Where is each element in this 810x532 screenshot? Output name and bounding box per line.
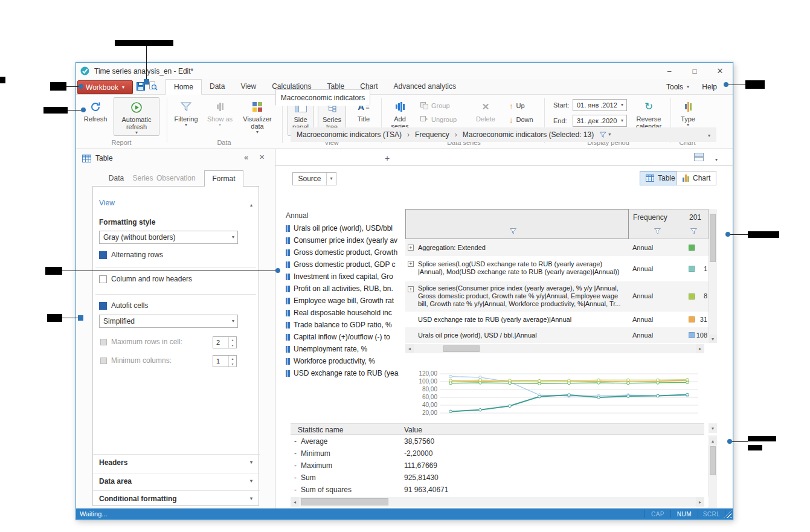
ungroup-button[interactable]: Ungroup [420, 114, 457, 126]
series-list-item[interactable]: Real disposable household inc [286, 308, 392, 318]
grid-frequency-header[interactable]: Frequency [628, 209, 686, 239]
table-row[interactable]: USD exchange rate to RUB (yearly average… [405, 312, 709, 327]
tab-advanced-analytics[interactable]: Advanced analytics [386, 79, 464, 95]
table-view-toggle[interactable]: Table [640, 171, 681, 185]
series-list-item[interactable]: Unemployment rate, % [286, 344, 367, 354]
table-row[interactable]: Urals oil price (world), USD / bbl.|Annu… [405, 327, 709, 343]
source-menu-button[interactable]: ▾ [326, 173, 336, 185]
scroll-down-button[interactable]: ▾ [709, 335, 717, 343]
stats-row[interactable]: - Maximum 111,67669 [291, 461, 704, 473]
scroll-up-button[interactable]: ▴ [709, 437, 717, 445]
spinner-down-icon[interactable]: ▾ [229, 342, 236, 348]
series-list-item[interactable]: Capital inflow (+)/outflow (-) to [286, 332, 390, 342]
stats-name-header[interactable]: Statistic name [298, 426, 343, 434]
close-button[interactable]: ✕ [707, 63, 733, 79]
series-list-item[interactable]: Investment in fixed capital, Gro [286, 272, 393, 281]
minimize-button[interactable]: – [657, 63, 682, 79]
data-area-section[interactable]: Data area ▾ [99, 477, 252, 486]
up-button[interactable]: ↑ Up [509, 100, 525, 112]
layout-button[interactable] [694, 153, 704, 163]
series-list-item[interactable]: Employee wage bill, Growth rat [286, 296, 394, 306]
view-section-header[interactable]: View [99, 199, 115, 207]
spinner-up-icon[interactable]: ▴ [229, 337, 236, 342]
show-as-button[interactable]: Show as ▾ [205, 97, 234, 136]
table-row[interactable]: + Splice series(Log(USD exchange rate to… [405, 256, 709, 281]
automatic-refresh-button[interactable]: Automatic refresh ▾ [114, 97, 159, 136]
series-list-item[interactable]: Gross domestic product, Growth [286, 248, 397, 257]
tools-menu[interactable]: Tools ▾ [666, 79, 689, 94]
stats-row[interactable]: - Sum 925,81430 [291, 473, 704, 486]
grid-name-header[interactable] [405, 209, 629, 239]
chart-view-toggle[interactable]: Chart [677, 171, 716, 185]
formatting-style-dropdown[interactable]: Gray (without borders) ▾ [99, 231, 238, 244]
breadcrumb-menu-button[interactable]: ▾ [708, 130, 710, 139]
maximize-button[interactable]: □ [682, 63, 707, 79]
breadcrumb-item[interactable]: Macroeconomic indicators (Selected: 13) [463, 130, 594, 139]
expand-icon[interactable]: + [408, 286, 414, 292]
max-rows-checkbox[interactable]: Maximum rows in cell: [100, 338, 182, 346]
table-row[interactable]: + Aggregation: Extended Annual [405, 239, 709, 256]
scroll-left-button[interactable]: ◂ [291, 497, 299, 507]
autofit-cells-checkbox[interactable]: Autofit cells [99, 301, 148, 310]
stats-row[interactable]: - Average 38,57560 [291, 437, 704, 449]
filter-icon[interactable] [690, 228, 697, 236]
collapse-panel-button[interactable]: « [244, 153, 248, 162]
min-columns-checkbox[interactable]: Minimum columns: [100, 356, 172, 365]
spinner-down-icon[interactable]: ▾ [229, 361, 236, 367]
close-panel-button[interactable]: ✕ [259, 153, 265, 161]
series-list-item[interactable]: Profit on all activities, RUB, bn. [286, 284, 393, 293]
refresh-button[interactable]: Refresh [81, 97, 110, 136]
start-date-dropdown[interactable]: 01. янв .2012 ▾ [573, 99, 627, 111]
series-list-item[interactable]: Urals oil price (world), USD/bbl [286, 223, 393, 233]
alternating-rows-checkbox[interactable]: Alternating rows [99, 251, 163, 259]
layout-menu-button[interactable]: ▾ [715, 155, 718, 163]
title-bar[interactable]: Time series analysis_en - Edit* – □ ✕ [76, 63, 733, 79]
series-list-item[interactable]: Consumer price index (yearly av [286, 236, 397, 245]
series-list-item[interactable]: Trade balance to GDP ratio, % [286, 320, 392, 330]
scroll-right-button[interactable]: ▸ [696, 344, 704, 353]
stats-menu-button[interactable]: ▾ [709, 423, 717, 433]
filtering-button[interactable]: Filtering ▾ [172, 97, 201, 136]
source-button[interactable]: Source ▾ [292, 172, 336, 185]
document-tab[interactable]: Macroeconomic indicators [275, 89, 370, 106]
stats-vscroll-thumb[interactable] [710, 446, 716, 475]
series-list-item[interactable]: USD exchange rate to RUB (yea [286, 368, 398, 378]
grid-vscroll-thumb[interactable] [710, 214, 716, 262]
headers-section[interactable]: Headers ▾ [99, 458, 252, 467]
autofit-mode-dropdown[interactable]: Simplified ▾ [99, 315, 238, 328]
visualizer-data-button[interactable]: Visualizer data ▾ [238, 97, 277, 136]
stats-row[interactable]: - Minimum -2,20000 [291, 449, 704, 461]
collapse-section-icon[interactable]: ▴ [250, 200, 252, 208]
column-row-headers-checkbox[interactable]: Column and row headers [99, 275, 192, 283]
end-date-dropdown[interactable]: 31. дек .2020 ▾ [573, 115, 627, 127]
workbook-button[interactable]: Workbook ▾ [77, 80, 133, 94]
stats-row[interactable]: - Sum of squares 91 963,40671 [291, 486, 704, 498]
chart-canvas[interactable] [408, 367, 704, 422]
breadcrumb-item[interactable]: Frequency [415, 130, 449, 139]
filter-icon[interactable] [654, 228, 661, 236]
breadcrumb-filter-button[interactable]: ▾ [599, 132, 611, 138]
tab-data[interactable]: Data [202, 79, 233, 95]
frequency-group-label[interactable]: Annual [286, 211, 308, 220]
expand-icon[interactable]: + [408, 261, 414, 267]
grid-year-header[interactable]: 201 [686, 209, 709, 239]
down-button[interactable]: ↓ Down [509, 114, 533, 126]
stats-hscroll-thumb[interactable] [301, 498, 388, 505]
filter-icon[interactable] [510, 228, 516, 236]
breadcrumb-item[interactable]: Macroeconomic indicators (TSA) [297, 130, 402, 139]
expand-icon[interactable]: + [408, 245, 414, 251]
scroll-right-button[interactable]: ▸ [696, 497, 704, 507]
scroll-left-button[interactable]: ◂ [405, 344, 414, 353]
group-button[interactable]: Group [420, 100, 450, 112]
tab-view[interactable]: View [233, 79, 264, 95]
max-rows-stepper[interactable]: 2 ▴▾ [213, 336, 237, 348]
series-list-item[interactable]: Gross domestic product, GDP c [286, 260, 396, 269]
new-tab-button[interactable]: + [381, 152, 393, 164]
series-list-item[interactable]: Workforce productivity, % [286, 356, 375, 366]
help-menu[interactable]: Help [702, 79, 717, 94]
tab-home[interactable]: Home [166, 79, 202, 95]
panel-tab-series[interactable]: Series [129, 170, 156, 186]
panel-tab-format[interactable]: Format [204, 170, 243, 187]
print-preview-button[interactable] [149, 82, 158, 93]
min-columns-stepper[interactable]: 1 ▴▾ [213, 355, 237, 367]
